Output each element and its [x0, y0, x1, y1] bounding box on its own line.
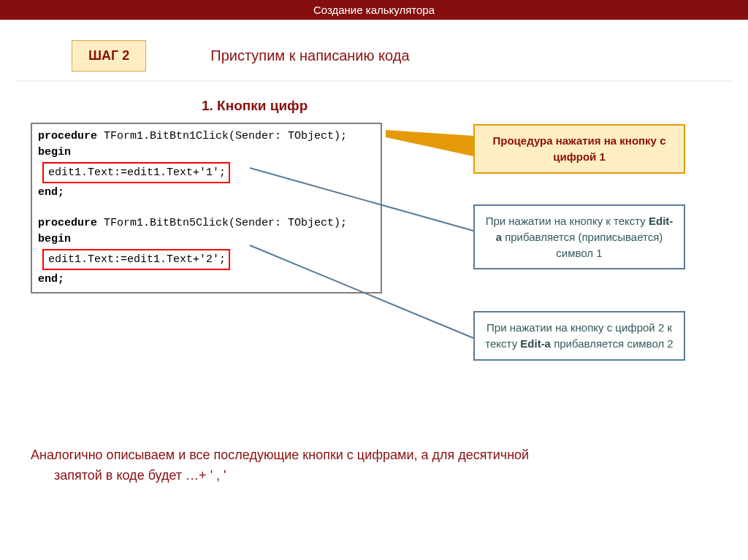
callout-append-1-pre: При нажатии на кнопку к тексту: [486, 215, 649, 227]
callout-append-1-post: прибавляется (приписывается) символ 1: [502, 231, 663, 259]
page-title: Создание калькулятора: [313, 4, 435, 16]
code-line-proc1: procedure TForm1.BitBtn1Click(Sender: TO…: [32, 129, 381, 145]
divider: [16, 80, 732, 82]
bottom-line-1: Аналогично описываем и все последующие к…: [31, 448, 529, 462]
code-blank: [32, 201, 381, 215]
callout-append-1: При нажатии на кнопку к тексту Edit-а пр…: [473, 204, 685, 269]
step-row: ШАГ 2 Приступим к написанию кода: [72, 40, 748, 72]
code-line-end-2: end;: [32, 272, 381, 288]
callout-procedure-text: Процедура нажатия на кнопку с цифрой 1: [493, 134, 666, 163]
content-area: procedure TForm1.BitBtn1Click(Sender: TO…: [31, 123, 748, 294]
bottom-line-2: запятой в коде будет …+ ' , ': [31, 466, 688, 486]
page-title-bar: Создание калькулятора: [0, 0, 748, 20]
highlighted-code-1: edit1.Text:=edit1.Text+'1';: [42, 162, 230, 184]
bottom-note: Аналогично описываем и все последующие к…: [31, 445, 688, 486]
callout-procedure: Процедура нажатия на кнопку с цифрой 1: [473, 124, 685, 174]
callout-append-2-em: Edit-а: [520, 337, 551, 350]
code-line-begin-2: begin: [32, 231, 381, 248]
section-heading: 1. Кнопки цифр: [202, 98, 748, 114]
callout-append-2-post: прибавляется символ 2: [551, 337, 673, 350]
code-line-body-1: edit1.Text:=edit1.Text+'1';: [32, 161, 381, 185]
svg-marker-0: [386, 130, 473, 156]
code-line-begin-1: begin: [32, 145, 381, 161]
callout-append-2: При нажатии на кнопку с цифрой 2 к текст…: [473, 311, 685, 361]
highlighted-code-2: edit1.Text:=edit1.Text+'2';: [42, 249, 230, 271]
code-block: procedure TForm1.BitBtn1Click(Sender: TO…: [31, 123, 382, 294]
step-badge: ШАГ 2: [72, 40, 146, 72]
step-title: Приступим к написанию кода: [210, 47, 409, 64]
code-line-body-2: edit1.Text:=edit1.Text+'2';: [32, 248, 381, 272]
code-line-end-1: end;: [32, 185, 381, 201]
code-line-proc2: procedure TForm1.BitBtn5Click(Sender: TO…: [32, 215, 381, 231]
